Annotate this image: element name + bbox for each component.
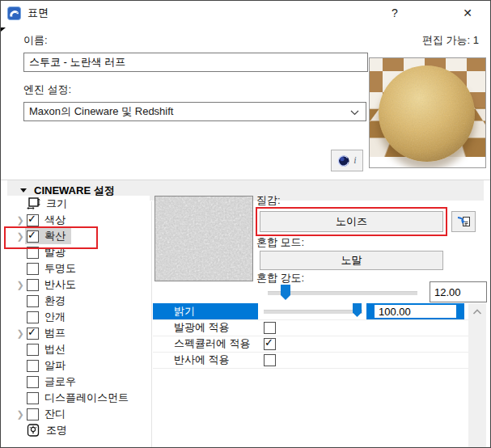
expander-icon[interactable]: ❯ xyxy=(15,228,25,244)
panel-splitter-handle[interactable] xyxy=(1,27,6,32)
tree-item-label: 크기 xyxy=(46,197,67,211)
cinema4d-icon xyxy=(337,154,350,167)
blend-strength-slider[interactable] xyxy=(268,285,417,301)
expander-icon[interactable]: ❯ xyxy=(15,325,25,341)
expander-icon[interactable]: ❯ xyxy=(15,212,25,228)
tree-item-label: 조명 xyxy=(46,423,67,437)
prop-row-apply-luminance[interactable]: 발광에 적용 xyxy=(153,319,468,336)
tree-item-label: 알파 xyxy=(44,358,66,373)
tree-item-label: 확산 xyxy=(44,229,66,243)
tree-item-label: 투명도 xyxy=(44,261,76,276)
channel-tree: ❯ 크기 ❯ ✓ 색상 ❯ ✓ 확산 xyxy=(7,196,150,447)
tree-item-glow[interactable]: ❯ 글로우 xyxy=(7,374,150,390)
tree-item-displacement[interactable]: ❯ 디스플레이스먼트 xyxy=(7,390,150,406)
brightness-value-cell xyxy=(366,303,464,319)
tree-item-color[interactable]: ❯ ✓ 색상 xyxy=(7,212,150,228)
collapse-triangle-icon xyxy=(20,188,27,192)
checkbox[interactable]: ✓ xyxy=(264,338,276,350)
texture-noise-preview[interactable] xyxy=(154,196,253,281)
engine-dropdown[interactable]: Maxon의 Cineware 및 Redshift xyxy=(23,102,366,121)
tree-item-label: 잔디 xyxy=(44,407,66,421)
checkbox[interactable] xyxy=(27,408,39,421)
preview-sphere xyxy=(379,66,475,162)
tree-item-environment[interactable]: ❯ 환경 xyxy=(7,293,150,309)
checkbox[interactable]: ✓ xyxy=(27,214,39,226)
tree-item-luminance[interactable]: ❯ 발광 xyxy=(7,244,150,260)
property-list: 밝기 발광에 적용 스펙큘러에 적용 ✓ 반사에 적용 xyxy=(153,303,468,384)
expander-icon[interactable]: ❯ xyxy=(15,277,25,293)
tree-item-reflectance[interactable]: ❯ 반사도 xyxy=(7,277,150,293)
checkbox[interactable]: ✓ xyxy=(27,230,39,243)
tree-item-transparency[interactable]: ❯ 투명도 xyxy=(7,260,150,277)
transfer-icon xyxy=(456,214,472,229)
texture-type-button[interactable]: 노이즈 xyxy=(260,211,443,232)
tree-item-label: 범프 xyxy=(44,326,66,340)
checkbox[interactable] xyxy=(27,247,39,259)
prop-label: 반사에 적용 xyxy=(174,353,230,367)
tree-item-lighting[interactable]: ❯ 조명 xyxy=(7,422,150,438)
checkbox[interactable] xyxy=(264,322,276,334)
checkbox[interactable] xyxy=(27,344,39,356)
slider-thumb[interactable] xyxy=(281,285,290,300)
transfer-texture-button[interactable] xyxy=(451,211,476,232)
checkbox[interactable] xyxy=(27,392,39,404)
checkbox[interactable] xyxy=(264,354,276,366)
blend-strength-value[interactable]: 12.00 xyxy=(430,281,487,302)
checkbox[interactable]: ✓ xyxy=(27,328,39,340)
tree-item-grass[interactable]: ❯ 잔디 xyxy=(7,406,150,422)
checkbox[interactable] xyxy=(27,295,39,307)
tree-item-label: 안개 xyxy=(44,310,66,324)
material-preview[interactable] xyxy=(369,57,486,168)
prop-row-brightness[interactable]: 밝기 xyxy=(153,303,468,320)
lamp-icon xyxy=(27,424,40,437)
blend-strength-label: 혼합 강도: xyxy=(256,271,304,285)
surface-dialog: 표면 ? ✕ 이름: 편집 가능: 1 엔진 설정: Maxon의 Cinewa… xyxy=(0,0,491,448)
archicad-icon xyxy=(7,6,21,20)
scroll-up-icon[interactable] xyxy=(472,309,482,315)
editable-count-label: 편집 가능: 1 xyxy=(422,33,479,48)
tree-item-bump[interactable]: ❯ ✓ 범프 xyxy=(7,325,150,341)
cineware-info-button[interactable]: i xyxy=(331,150,363,171)
tree-item-diffusion[interactable]: ❯ ✓ 확산 xyxy=(7,228,150,244)
tree-item-normal[interactable]: ❯ 법선 xyxy=(7,341,150,357)
tree-item-fog[interactable]: ❯ 안개 xyxy=(7,309,150,325)
checkbox[interactable] xyxy=(27,376,39,388)
help-button[interactable]: ? xyxy=(377,1,413,25)
property-scrollbar[interactable] xyxy=(468,303,486,447)
checkbox[interactable] xyxy=(27,360,39,372)
tree-item-label: 법선 xyxy=(44,342,66,357)
blend-mode-label: 혼합 모드: xyxy=(256,235,304,250)
brightness-value-input[interactable] xyxy=(375,305,456,318)
chevron-down-icon xyxy=(350,110,359,116)
slider-thumb[interactable] xyxy=(353,303,362,317)
texture-label: 질감: xyxy=(256,193,281,208)
tree-item-label: 디스플레이스먼트 xyxy=(44,391,129,405)
tree-item-alpha[interactable]: ❯ 알파 xyxy=(7,357,150,374)
tree-item-label: 반사도 xyxy=(44,277,76,292)
tree-item-label: 환경 xyxy=(44,294,66,308)
prop-row-apply-reflection[interactable]: 반사에 적용 xyxy=(153,352,468,369)
window-title: 표면 xyxy=(28,6,49,20)
engine-settings-label: 엔진 설정: xyxy=(23,82,71,97)
prop-label: 밝기 xyxy=(174,304,195,319)
tree-item-label: 색상 xyxy=(44,213,66,227)
info-icon: i xyxy=(353,154,356,167)
prop-row-apply-specular[interactable]: 스펙큘러에 적용 ✓ xyxy=(153,336,468,353)
checkbox[interactable] xyxy=(27,279,39,291)
tree-item-size[interactable]: ❯ 크기 xyxy=(7,196,150,212)
divider xyxy=(151,201,152,447)
brightness-cell[interactable]: 밝기 xyxy=(153,303,258,319)
checkbox[interactable] xyxy=(27,263,39,275)
close-button[interactable]: ✕ xyxy=(450,1,485,25)
name-label: 이름: xyxy=(23,33,48,48)
prop-label: 발광에 적용 xyxy=(174,320,230,335)
brightness-slider[interactable] xyxy=(264,303,362,319)
size-icon xyxy=(27,197,40,210)
checkbox[interactable] xyxy=(27,311,39,323)
expander-icon[interactable]: ❯ xyxy=(15,406,25,422)
engine-dropdown-value: Maxon의 Cineware 및 Redshift xyxy=(29,104,173,119)
blend-mode-button[interactable]: 노말 xyxy=(260,251,443,270)
surface-name-input[interactable] xyxy=(23,53,368,72)
title-bar: 표면 ? ✕ xyxy=(1,1,490,25)
prop-label: 스펙큘러에 적용 xyxy=(174,336,251,351)
